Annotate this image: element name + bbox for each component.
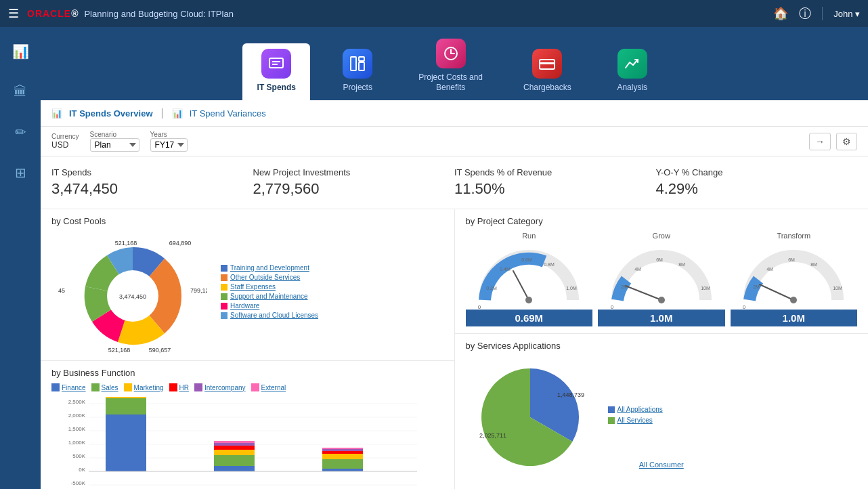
svg-text:590,657: 590,657 xyxy=(149,347,171,354)
svg-text:3,474,450: 3,474,450 xyxy=(119,293,146,300)
services-pie-container: 1,448,739 2,025,711 All Applications All… xyxy=(466,356,858,471)
svg-text:799,124: 799,124 xyxy=(190,287,207,294)
it-spend-variances-link[interactable]: IT Spend Variances xyxy=(190,108,266,119)
top-bar: ☰ ORACLE® Planning and Budgeting Cloud: … xyxy=(0,0,868,27)
legend-all-services[interactable]: All Services xyxy=(608,417,663,424)
svg-text:0: 0 xyxy=(478,304,481,310)
pie-legend-outside[interactable]: Other Outside Services xyxy=(221,274,318,281)
charts-left: by Cost Pools xyxy=(41,209,455,489)
metric-yoy-label: Y-O-Y % Change xyxy=(656,167,858,177)
intercompany-color xyxy=(194,383,202,391)
panel-header: 📊 IT Spends Overview | 📊 IT Spend Varian… xyxy=(41,100,868,127)
tab-chargebacks[interactable]: Chargebacks xyxy=(510,43,585,100)
svg-rect-5 xyxy=(359,57,364,61)
pie-legend-staff[interactable]: Staff Expenses xyxy=(221,283,318,291)
tab-project-costs[interactable]: Project Costs andBenefits xyxy=(405,33,496,100)
scenario-group: Scenario PlanForecastActual xyxy=(90,131,139,152)
svg-text:6M: 6M xyxy=(788,257,795,262)
panel-separator: | xyxy=(161,107,164,119)
home-icon[interactable]: 🏠 xyxy=(773,6,788,21)
svg-point-62 xyxy=(525,297,532,303)
help-icon[interactable]: ⓘ xyxy=(799,5,811,22)
svg-rect-3 xyxy=(351,57,356,70)
svg-rect-39 xyxy=(106,397,146,398)
legend-marketing[interactable]: Marketing xyxy=(124,383,164,391)
project-category-section: by Project Category Run xyxy=(455,209,869,334)
staff-color xyxy=(221,284,227,291)
pie-legend-hardware[interactable]: Hardware xyxy=(221,302,318,310)
legend-intercompany[interactable]: Intercompany xyxy=(194,383,246,391)
legend-external[interactable]: External xyxy=(251,383,286,391)
gauge-grow-svg: 0 2M 4M 6M 8M 10M _ xyxy=(604,242,719,314)
legend-all-applications[interactable]: All Applications xyxy=(608,406,663,413)
years-group: Years FY17FY18FY16 xyxy=(150,131,188,152)
gauge-run: Run 0 xyxy=(466,232,593,326)
svg-text:521,168: 521,168 xyxy=(108,347,131,354)
svg-rect-8 xyxy=(540,62,555,64)
sidebar-icon-edit[interactable]: ✏ xyxy=(9,119,32,146)
svg-text:4M: 4M xyxy=(634,267,641,272)
svg-text:2,025,711: 2,025,711 xyxy=(479,432,506,439)
menu-icon[interactable]: ☰ xyxy=(8,6,19,21)
svg-text:2,500K: 2,500K xyxy=(68,399,86,405)
support-label: Support and Maintenance xyxy=(230,293,308,300)
svg-rect-46 xyxy=(214,446,255,450)
svg-text:-500K: -500K xyxy=(71,480,86,486)
dashboard-panel: 📊 IT Spends Overview | 📊 IT Spend Varian… xyxy=(41,100,868,489)
scenario-select[interactable]: PlanForecastActual xyxy=(90,138,139,152)
svg-text:500K: 500K xyxy=(72,453,85,459)
svg-rect-47 xyxy=(214,443,255,446)
settings-button[interactable]: ⚙ xyxy=(836,133,857,150)
marketing-label: Marketing xyxy=(134,384,164,391)
sidebar-icon-dashboard[interactable]: 📊 xyxy=(7,38,35,65)
svg-rect-54 xyxy=(322,448,363,449)
finance-label: Finance xyxy=(62,384,86,391)
svg-rect-52 xyxy=(322,451,363,454)
sidebar-icon-grid[interactable]: ⊞ xyxy=(9,159,32,186)
svg-text:0.6M: 0.6M xyxy=(521,257,532,262)
svg-text:0K: 0K xyxy=(79,467,85,473)
legend-hr[interactable]: HR xyxy=(169,383,189,391)
legend-sales[interactable]: Sales xyxy=(91,383,118,391)
hardware-label: Hardware xyxy=(230,302,259,310)
all-apps-color xyxy=(608,406,615,413)
svg-rect-45 xyxy=(214,450,255,455)
cost-pools-section: by Cost Pools xyxy=(41,209,454,361)
svg-text:1,000K: 1,000K xyxy=(68,440,86,446)
tab-projects[interactable]: Projects xyxy=(324,43,391,100)
svg-point-80 xyxy=(790,297,797,303)
charts-area: by Cost Pools xyxy=(41,209,868,489)
svg-rect-0 xyxy=(269,58,283,68)
svg-text:4M: 4M xyxy=(766,267,773,272)
years-select[interactable]: FY17FY18FY16 xyxy=(150,138,188,152)
svg-rect-4 xyxy=(359,62,364,70)
svg-rect-53 xyxy=(322,449,363,451)
legend-finance[interactable]: Finance xyxy=(51,383,86,391)
forward-button[interactable]: → xyxy=(809,133,831,150)
it-spends-overview-link[interactable]: IT Spends Overview xyxy=(69,108,153,119)
pie-legend-software[interactable]: Software and Cloud Licenses xyxy=(221,312,318,319)
sales-label: Sales xyxy=(102,384,118,391)
svg-text:10M: 10M xyxy=(701,286,710,291)
svg-line-79 xyxy=(760,284,794,300)
tab-analysis[interactable]: Analysis xyxy=(599,43,666,100)
svg-text:1,500K: 1,500K xyxy=(68,426,86,432)
pie-legend-support[interactable]: Support and Maintenance xyxy=(221,293,318,300)
sidebar-icon-bank[interactable]: 🏛 xyxy=(8,79,32,105)
svg-line-70 xyxy=(626,286,661,300)
cost-pools-title: by Cost Pools xyxy=(51,216,443,226)
sidebar: 📊 🏛 ✏ ⊞ xyxy=(0,27,41,489)
pie-legend-training[interactable]: Training and Development xyxy=(221,264,318,272)
currency-value: USD xyxy=(51,140,79,150)
tab-it-spends[interactable]: IT Spends xyxy=(242,43,310,100)
svg-line-61 xyxy=(513,271,529,300)
user-menu[interactable]: John ▾ xyxy=(833,9,860,19)
outside-label: Other Outside Services xyxy=(230,274,300,281)
intercompany-label: Intercompany xyxy=(204,384,246,391)
tab-chargebacks-label: Chargebacks xyxy=(523,83,571,92)
all-consumer-link[interactable]: All Consumer xyxy=(639,461,684,469)
charts-right: by Project Category Run xyxy=(455,209,869,489)
metric-pct-revenue: IT Spends % of Revenue 11.50% xyxy=(454,167,656,198)
gauge-grow-label: Grow xyxy=(598,232,725,240)
svg-text:_: _ xyxy=(573,305,576,310)
